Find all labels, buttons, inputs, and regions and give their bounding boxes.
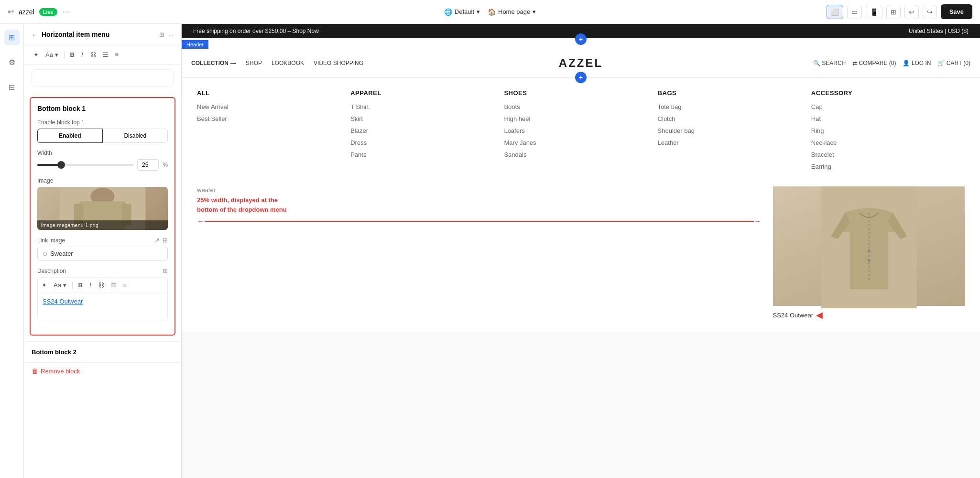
description-link[interactable]: SS24 Outwear — [43, 298, 83, 305]
image-filename-label: image-megamenu-1.png — [37, 220, 168, 230]
link-image-icons: ↗ ⊞ — [154, 237, 168, 244]
mega-item-ring[interactable]: Ring — [811, 127, 965, 134]
mega-item-leather[interactable]: Leather — [658, 139, 811, 146]
mega-item-necklace[interactable]: Necklace — [811, 139, 965, 146]
desc-font-btn[interactable]: Aa ▾ — [52, 281, 68, 290]
product-image[interactable] — [773, 186, 965, 306]
panel-header: ← Horizontal item menu ⊞ ··· — [24, 24, 181, 45]
magic-btn[interactable]: ✦ — [32, 50, 41, 59]
enable-toggle-group: Enabled Disabled — [37, 129, 168, 143]
desktop-view-button[interactable]: ⬜ — [827, 5, 843, 19]
arrow-line — [205, 221, 754, 222]
nav-video-shopping[interactable]: VIDEO SHOPPING — [314, 60, 363, 66]
top-bar-left: ↩ azzel Live ··· — [8, 7, 438, 17]
default-select[interactable]: 🌐 Default ▾ — [444, 8, 480, 16]
compare-action[interactable]: ⇄ COMPARE (0) — [852, 60, 896, 66]
nav-lookbook[interactable]: LOOKBOOK — [272, 60, 304, 66]
description-row: Description ⊞ — [37, 267, 168, 274]
description-editor[interactable]: SS24 Outwear — [37, 293, 168, 321]
mega-item-high-heel[interactable]: High heel — [504, 115, 657, 122]
plus-btn-top[interactable]: + — [575, 33, 587, 45]
desc-olist-btn[interactable]: ≡ — [121, 281, 129, 290]
font-btn[interactable]: Aa ▾ — [44, 50, 60, 59]
mega-col-accessory: ACCESSORY Cap Hat Ring Necklace Bracelet… — [811, 89, 965, 175]
more-options-button[interactable]: ··· — [62, 7, 71, 17]
desc-list-btn[interactable]: ☰ — [109, 281, 119, 290]
width-slider-track[interactable] — [37, 164, 133, 166]
link-external-icon[interactable]: ↗ — [154, 237, 160, 244]
plus-btn-bottom[interactable]: + — [575, 72, 587, 83]
svg-point-8 — [867, 259, 870, 262]
width-slider-thumb[interactable] — [57, 161, 65, 169]
search-action[interactable]: 🔍 SEARCH — [813, 60, 846, 66]
width-input[interactable] — [137, 159, 159, 171]
description-db-icon[interactable]: ⊞ — [163, 267, 168, 274]
panel-dots-icon[interactable]: ··· — [168, 31, 174, 38]
save-button[interactable]: Save — [941, 4, 972, 19]
annotation-block: weater 25% width, displayed at the botto… — [197, 186, 762, 226]
mega-item-dress[interactable]: Dress — [350, 139, 504, 146]
link-db-icon[interactable]: ⊞ — [163, 237, 168, 244]
mega-item-pants[interactable]: Pants — [350, 151, 504, 158]
sidebar-icon-settings[interactable]: ⚙ — [4, 54, 20, 70]
mega-item-new-arrival[interactable]: New Arrival — [197, 103, 350, 110]
mega-col-apparel: APPAREL T Shirt Skirt Blazer Dress Pants — [350, 89, 504, 175]
back-icon[interactable]: ↩ — [8, 7, 14, 16]
desc-link-btn[interactable]: ⛓ — [96, 281, 106, 290]
nav-collection[interactable]: COLLECTION — — [191, 60, 236, 66]
sidebar-icons: ⊞ ⚙ ⊟ — [0, 24, 24, 478]
mega-item-earring[interactable]: Earring — [811, 163, 965, 170]
login-action[interactable]: 👤 LOG IN — [903, 60, 931, 66]
mega-item-bracelet[interactable]: Bracelet — [811, 151, 965, 158]
mega-item-skirt[interactable]: Skirt — [350, 115, 504, 122]
mega-item-tote-bag[interactable]: Tote bag — [658, 103, 811, 110]
mega-item-sandals[interactable]: Sandals — [504, 151, 657, 158]
link-input[interactable]: ⊙ Sweater — [37, 247, 168, 261]
disabled-btn[interactable]: Disabled — [103, 129, 168, 143]
sidebar-icon-apps[interactable]: ⊟ — [4, 79, 20, 95]
nav-links: COLLECTION — SHOP LOOKBOOK VIDEO SHOPPIN… — [191, 60, 363, 66]
description-field: Description ⊞ ✦ Aa ▾ B I ⛓ ☰ ≡ SS24 Outw… — [37, 267, 168, 321]
mega-item-shoulder-bag[interactable]: Shoulder bag — [658, 127, 811, 134]
redo-button[interactable]: ↪ — [923, 5, 937, 19]
italic-btn[interactable]: I — [79, 50, 85, 59]
nav-collection-dash: — — [230, 60, 236, 66]
mega-item-clutch[interactable]: Clutch — [658, 115, 811, 122]
mobile-view-button[interactable]: 📱 — [866, 5, 882, 19]
mega-item-boots[interactable]: Boots — [504, 103, 657, 110]
mega-item-best-seller[interactable]: Best Seller — [197, 115, 350, 122]
top-text-input[interactable] — [32, 69, 174, 87]
mega-bottom: weater 25% width, displayed at the botto… — [182, 186, 980, 332]
desc-magic-btn[interactable]: ✦ — [40, 281, 49, 290]
remove-block-button[interactable]: 🗑 Remove block — [24, 362, 181, 380]
region-selector[interactable]: United States | USD ($) — [909, 28, 969, 34]
list-unordered-btn[interactable]: ☰ — [101, 50, 110, 59]
panel-db-icon[interactable]: ⊞ — [159, 31, 164, 38]
mega-item-tshirt[interactable]: T Shirt — [350, 103, 504, 110]
link-btn[interactable]: ⛓ — [88, 50, 98, 59]
layout-view-button[interactable]: ⊞ — [886, 5, 901, 19]
mega-item-mary-janes[interactable]: Mary Janes — [504, 139, 657, 146]
nav-shop[interactable]: SHOP — [246, 60, 262, 66]
mega-item-cap[interactable]: Cap — [811, 103, 965, 110]
live-badge: Live — [39, 8, 57, 16]
enabled-btn[interactable]: Enabled — [37, 129, 103, 143]
top-bar-right: ⬜ ▭ 📱 ⊞ ↩ ↪ Save — [542, 4, 972, 19]
undo-button[interactable]: ↩ — [904, 5, 919, 19]
bottom-block-2-title: Bottom block 2 — [32, 348, 174, 356]
list-ordered-btn[interactable]: ≡ — [113, 50, 121, 59]
cart-action[interactable]: 🛒 CART (0) — [937, 60, 970, 66]
desc-bold-btn[interactable]: B — [76, 281, 85, 290]
link-image-row: Link image ↗ ⊞ — [37, 237, 168, 244]
mega-item-hat[interactable]: Hat — [811, 115, 965, 122]
mega-item-loafers[interactable]: Loafers — [504, 127, 657, 134]
image-preview[interactable]: image-megamenu-1.png — [37, 187, 168, 230]
desc-italic-btn[interactable]: I — [87, 281, 93, 290]
sidebar-icon-pages[interactable]: ⊞ — [4, 30, 20, 45]
panel-back-icon[interactable]: ← — [32, 31, 38, 38]
homepage-select[interactable]: 🏠 Home page ▾ — [488, 8, 536, 16]
bold-btn[interactable]: B — [68, 50, 76, 59]
tablet-view-button[interactable]: ▭ — [847, 5, 862, 19]
mega-item-blazer[interactable]: Blazer — [350, 127, 504, 134]
desc-toolbar: ✦ Aa ▾ B I ⛓ ☰ ≡ — [37, 277, 168, 293]
